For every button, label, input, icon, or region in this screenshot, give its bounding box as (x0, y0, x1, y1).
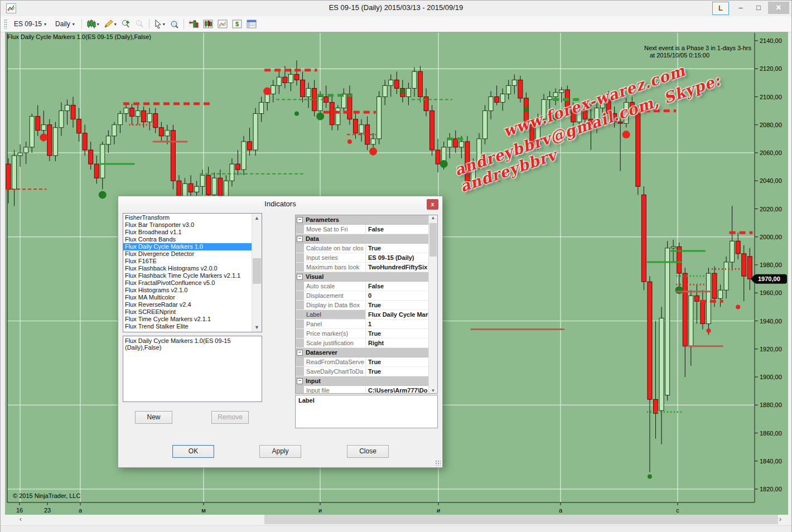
property-value[interactable]: Right (366, 338, 429, 347)
y-axis-label: 2100,00 (760, 94, 782, 100)
collapse-icon[interactable]: − (296, 234, 304, 243)
chart-style-icon[interactable]: ▾ (84, 18, 102, 30)
property-value[interactable]: True (366, 301, 429, 309)
indicator-list-scrollbar[interactable]: ▲ ▼ (252, 214, 262, 332)
executions-icon[interactable]: $ (230, 18, 244, 30)
minimize-button[interactable]: – (732, 2, 749, 14)
indicator-list[interactable]: FisherTransformFlux Bar Transporter v3.0… (123, 213, 262, 332)
indicator-list-item[interactable]: Flux Time Cycle Markers v2.1.1 (123, 316, 252, 323)
indicator-list-item[interactable]: Flux Trend Stalker Elite (123, 323, 252, 330)
indicator-list-item[interactable]: Flux FractalPivotConfluence v5.0 (123, 279, 252, 287)
scroll-right-arrow-icon[interactable]: › (775, 515, 786, 524)
property-row[interactable]: Scale justificationRight (296, 338, 429, 348)
indicator-list-item[interactable]: Flux Histograms v2.1.0 (123, 287, 252, 294)
mini-chart-icon[interactable] (215, 18, 230, 30)
indicator-list-item[interactable]: Flux SCREENprint (123, 308, 252, 316)
configured-indicators-list[interactable]: Flux Daily Cycle Markers 1.0(ES 09-15 (D… (123, 336, 262, 402)
scrollbar-thumb[interactable] (264, 515, 778, 524)
property-category-row[interactable]: −Data (296, 234, 429, 244)
scrollbar-thumb[interactable] (253, 258, 261, 284)
property-grid-scrollbar[interactable]: ▲ ▼ (428, 215, 437, 393)
property-row[interactable]: Calculate on bar closTrue (296, 244, 429, 253)
property-category-row[interactable]: −Visual (296, 272, 429, 282)
indicator-list-item[interactable]: Flux Daily Cycle Markers 1.0 (123, 243, 252, 250)
indicator-list-item[interactable]: FisherTransform (123, 214, 252, 221)
scroll-down-icon[interactable]: ▼ (252, 323, 262, 332)
property-row[interactable]: Maximum bars lookTwoHundredFiftySix (296, 263, 429, 272)
configured-indicator-item[interactable]: Flux Daily Cycle Markers 1.0(ES 09-15 (D… (125, 337, 260, 351)
instrument-select[interactable]: ES 09-15▾ (9, 18, 51, 30)
data-grid-icon[interactable] (244, 18, 259, 30)
indicators-icon[interactable] (186, 18, 201, 30)
property-row[interactable]: Move Sat to FriFalse (296, 225, 429, 234)
property-value[interactable]: C:\Users\Arm777\Do (366, 386, 429, 394)
property-row[interactable]: Display in Data BoxTrue (296, 301, 429, 310)
property-value[interactable]: True (366, 357, 429, 366)
property-value[interactable]: TwoHundredFiftySix (366, 263, 429, 272)
property-name: SaveDailyChartToDa (304, 367, 366, 376)
y-axis-label: 1940,00 (760, 318, 782, 325)
zoom-out-icon[interactable] (133, 18, 147, 30)
property-value[interactable]: Flux Daily Cycle Mark (366, 310, 429, 319)
property-row[interactable]: ReadFromDataServeTrue (296, 357, 429, 367)
property-category-row[interactable]: −Dataserver (296, 348, 429, 357)
property-value[interactable]: True (366, 329, 429, 338)
region-zoom-icon[interactable] (167, 18, 181, 30)
new-button[interactable]: New (135, 411, 172, 424)
property-value[interactable]: True (366, 244, 429, 253)
cursor-icon[interactable]: ▾ (152, 18, 167, 30)
y-axis-label: 2120,00 (760, 65, 782, 72)
indicator-list-item[interactable]: Flux Bar Transporter v3.0 (123, 221, 252, 229)
indicator-list-item[interactable]: Flux Contra Bands (123, 236, 252, 243)
indicator-list-item[interactable]: Flux F16TE (123, 258, 252, 265)
zoom-in-icon[interactable] (119, 18, 133, 30)
toolbar-grip[interactable] (4, 19, 7, 29)
indicator-list-item[interactable]: Flux Flashback Histograms v2.0.0 (123, 265, 252, 272)
indicator-list-item[interactable]: Flux Broadhead v1.1 (123, 229, 252, 236)
property-name: ReadFromDataServe (304, 357, 366, 366)
property-value[interactable]: ES 09-15 (Daily) (366, 253, 429, 262)
indicator-list-item[interactable]: Flux Flashback Time Cycle Markers v2.1.1 (123, 272, 252, 279)
chart-horizontal-scrollbar[interactable]: ‹ › (5, 515, 788, 524)
draw-tool-icon[interactable]: ▾ (102, 18, 119, 30)
scroll-left-arrow-icon[interactable]: ‹ (15, 515, 26, 524)
property-row[interactable]: Input fileC:\Users\Arm777\Do (296, 386, 429, 394)
collapse-icon[interactable]: − (296, 376, 304, 385)
interval-select[interactable]: Daily▾ (51, 18, 79, 30)
dialog-resize-grip[interactable] (435, 460, 441, 466)
collapse-icon[interactable]: − (296, 348, 304, 357)
dialog-title-bar[interactable]: Indicators x (118, 196, 442, 211)
toolbar-separator (149, 19, 149, 29)
property-row[interactable]: SaveDailyChartToDaTrue (296, 367, 429, 376)
property-value[interactable]: 0 (366, 291, 429, 300)
property-grid[interactable]: −ParametersMove Sat to FriFalse−DataCalc… (295, 215, 438, 394)
bars-panel-icon[interactable] (201, 18, 215, 30)
property-value[interactable]: False (366, 225, 429, 234)
dialog-close-action-button[interactable]: Close (347, 445, 389, 458)
close-button[interactable]: ✕ (768, 2, 789, 14)
indicator-list-item[interactable]: Flux MA Multicolor (123, 294, 252, 301)
scroll-up-icon[interactable]: ▲ (252, 214, 262, 223)
property-category-row[interactable]: −Input (296, 376, 429, 386)
property-category-row[interactable]: −Parameters (296, 215, 429, 225)
property-value[interactable]: 1 (366, 320, 429, 328)
property-row[interactable]: Price marker(s)True (296, 329, 429, 338)
indicator-list-item[interactable]: Flux Divergence Detector (123, 250, 252, 258)
maximize-button[interactable]: □ (750, 2, 767, 14)
property-row[interactable]: Panel1 (296, 320, 429, 329)
x-axis-label: 23 (44, 507, 51, 514)
property-value[interactable]: False (366, 282, 429, 291)
ok-button[interactable]: OK (172, 445, 214, 458)
property-row[interactable]: Displacement0 (296, 291, 429, 301)
collapse-icon[interactable]: − (296, 215, 304, 224)
property-row[interactable]: Input seriesES 09-15 (Daily) (296, 253, 429, 263)
property-row[interactable]: Auto scaleFalse (296, 282, 429, 291)
dialog-close-button[interactable]: x (427, 199, 438, 210)
indicator-list-item[interactable]: Flux ReverseRadar v2.4 (123, 301, 252, 308)
apply-button[interactable]: Apply (259, 445, 301, 458)
property-value[interactable]: True (366, 367, 429, 376)
collapse-icon[interactable]: − (296, 272, 304, 281)
scrollbar-thumb[interactable] (429, 223, 437, 257)
link-button[interactable]: L (712, 2, 729, 15)
property-row[interactable]: LabelFlux Daily Cycle Mark (296, 310, 429, 320)
